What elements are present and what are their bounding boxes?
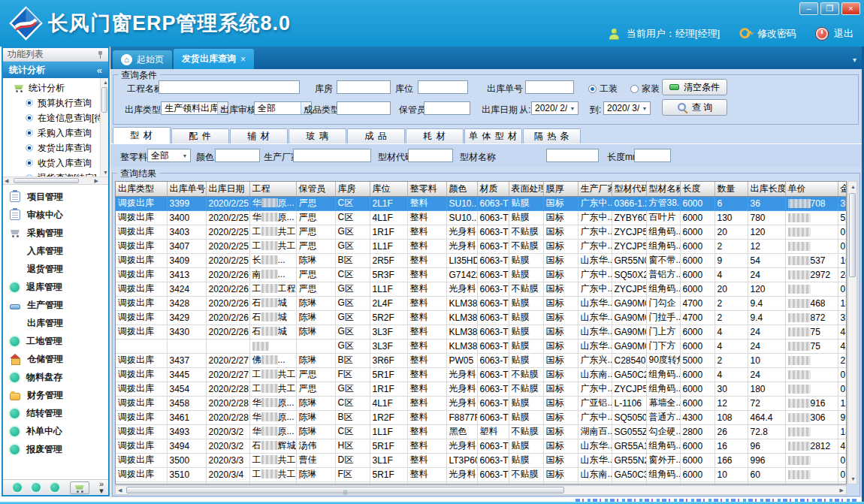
maximize-button[interactable]: ❐ bbox=[820, 2, 839, 15]
table-row[interactable]: G区3L3F整料KLM38176063-T5贴膜国标山东华...GA90M09.… bbox=[116, 339, 847, 353]
table-row[interactable]: 调拨出库34092020/2/25长...陈琳B区2R5F整料LI35HD606… bbox=[116, 253, 847, 267]
tree-hscroll-thumb[interactable] bbox=[14, 178, 79, 183]
sidebar-item-circle[interactable]: 物料盘存 bbox=[3, 368, 108, 386]
table-row[interactable]: 调拨出库34032020/2/25工共工程严思G区1R1F整料光身料6063-T… bbox=[116, 225, 847, 239]
table-row[interactable]: 调拨出库35102020/3/4工共工程陈琳F区5R1F整料光身料6063-T5… bbox=[116, 467, 847, 481]
column-header[interactable]: 单价 bbox=[785, 182, 838, 196]
clear-conditions-button[interactable]: 清空条件 bbox=[662, 79, 727, 95]
tab-close-icon[interactable]: × bbox=[240, 54, 246, 65]
minimize-button[interactable]: – bbox=[799, 2, 818, 15]
column-header[interactable]: 长度 bbox=[680, 182, 714, 196]
material-tab[interactable]: 耗 材 bbox=[406, 128, 464, 143]
module-circle-icon[interactable] bbox=[32, 483, 41, 492]
material-tab[interactable]: 隔 热 条 bbox=[523, 128, 581, 143]
material-tab[interactable]: 辅 材 bbox=[230, 128, 288, 143]
tab-list-chevron-icon[interactable]: ▾ bbox=[853, 56, 856, 64]
tree-vertical-scrollbar[interactable]: ▲ ▼ bbox=[100, 78, 108, 177]
tab-shipping-outbound-query[interactable]: 发货出库查询 × bbox=[174, 49, 254, 69]
product-type-input[interactable] bbox=[337, 101, 391, 115]
pin-icon[interactable] bbox=[97, 50, 104, 59]
table-row[interactable]: 调拨出库34542020/2/28工共工程严思G区1R1F整料光身料6063-T… bbox=[116, 382, 847, 396]
sidebar-item-clip[interactable]: 项目管理 bbox=[3, 188, 108, 206]
close-button[interactable]: × bbox=[841, 2, 860, 15]
table-row[interactable]: 调拨出库34372020/2/27佛...陈琳B区3R6F整料PW056063-… bbox=[116, 353, 847, 367]
module-cart-button[interactable] bbox=[70, 481, 89, 494]
column-header[interactable]: 型材代码 bbox=[612, 182, 646, 196]
radio-gongzhuang[interactable]: 工装 bbox=[588, 83, 618, 95]
change-password-link[interactable]: 修改密码 bbox=[757, 27, 796, 41]
sidebar-item-circle[interactable]: 结转管理 bbox=[3, 404, 108, 422]
scroll-left-icon[interactable]: ◀ bbox=[118, 487, 122, 493]
more-buttons-chevron[interactable]: »▾ bbox=[99, 481, 104, 494]
table-row[interactable]: 调拨出库34932020/3/2华原...陈琳C区1L1F整料黑色塑料不贴膜国标… bbox=[116, 424, 847, 439]
table-row[interactable]: 调拨出库34282020/2/26石城陈琳G区2L4F整料KLM38176063… bbox=[116, 296, 847, 310]
column-header[interactable]: 生产厂家 bbox=[578, 182, 612, 196]
scroll-up-icon[interactable]: ▲ bbox=[103, 80, 108, 86]
column-header[interactable]: 整零料 bbox=[407, 182, 446, 196]
module-circle-icon[interactable] bbox=[13, 483, 22, 492]
table-row[interactable]: 调拨出库34292020/2/26石城陈琳G区5R2F整料KLM38176063… bbox=[116, 310, 847, 324]
sidebar-item-house[interactable]: 仓储管理 bbox=[3, 350, 108, 368]
column-header[interactable]: 库位 bbox=[370, 182, 407, 196]
scroll-down-icon[interactable]: ▼ bbox=[850, 476, 856, 482]
slot-input[interactable] bbox=[418, 80, 468, 94]
color-input[interactable] bbox=[215, 149, 260, 162]
warehouse-input[interactable] bbox=[337, 80, 391, 94]
table-row[interactable]: 调拨出库34452020/2/27工共工程严思F区5R1F整料光身料6063-T… bbox=[116, 367, 847, 382]
sidebar-item-cart-g[interactable]: 入库管理 bbox=[3, 242, 108, 260]
sidebar-tree-item[interactable]: 在途信息查询[待 bbox=[3, 110, 108, 125]
profile-code-input[interactable] bbox=[408, 149, 453, 162]
tree-vscroll-thumb[interactable] bbox=[101, 87, 107, 113]
table-vertical-scrollbar[interactable]: ▲ ▼ bbox=[847, 181, 857, 484]
tree-horizontal-scrollbar[interactable]: ◀ ▶ bbox=[3, 177, 108, 184]
sidebar-tree-item[interactable]: 发货出库查询 bbox=[3, 140, 108, 155]
sidebar-item-folder[interactable]: 财务管理 bbox=[3, 386, 108, 404]
scroll-left-icon[interactable]: ◀ bbox=[5, 178, 8, 184]
material-tab[interactable]: 玻 璃 bbox=[289, 128, 346, 143]
hscroll-thumb[interactable] bbox=[126, 487, 564, 493]
sidebar-item-circle[interactable]: 工地管理 bbox=[3, 332, 108, 350]
tree-root-node[interactable]: 统计分析 bbox=[3, 80, 108, 95]
column-header[interactable]: 数量 bbox=[714, 182, 748, 196]
out-type-combo[interactable]: 生产领料出库 ▼ bbox=[161, 101, 228, 115]
radio-jiazhuang[interactable]: 家装 bbox=[630, 83, 660, 95]
date-to-picker[interactable]: 2020/ 3/16 ▼ bbox=[603, 101, 651, 115]
section-header[interactable]: 统计分析 « bbox=[3, 62, 108, 78]
date-from-picker[interactable]: 2020/ 2/16 ▼ bbox=[531, 101, 579, 115]
table-horizontal-scrollbar[interactable]: ◀ ▶ bbox=[115, 485, 847, 495]
column-header[interactable]: 出库类型 bbox=[116, 182, 167, 196]
sidebar-item-circle[interactable]: 补单中心 bbox=[3, 422, 108, 440]
scroll-down-icon[interactable]: ▼ bbox=[103, 170, 108, 176]
material-tab[interactable]: 配 件 bbox=[171, 128, 229, 143]
table-row[interactable]: 调拨出库35122020/3/4工共工程陈琳F区1L2F整料光身料6063-T5… bbox=[116, 481, 847, 484]
table-row[interactable]: 调拨出库34072020/2/25工共工程严思G区1L1F整料光身料6063-T… bbox=[116, 239, 847, 253]
sidebar-item-circle[interactable]: 退库管理 bbox=[3, 278, 108, 296]
scroll-up-icon[interactable]: ▲ bbox=[850, 184, 856, 190]
table-row[interactable]: 调拨出库34582020/2/28华原...陈琳C区4L1F整料光身料6063-… bbox=[116, 396, 847, 410]
collapse-icon[interactable]: « bbox=[97, 65, 102, 76]
scroll-right-icon[interactable]: ▶ bbox=[95, 178, 98, 184]
table-row[interactable]: 调拨出库34942020/3/2石辉城汤伟H区5R1F整料光身料6063-T5贴… bbox=[116, 439, 847, 453]
table-row[interactable]: 调拨出库34132020/2/26南...严思C区5R3F整料G71422606… bbox=[116, 267, 847, 282]
sidebar-tree-item[interactable]: 收货入库查询 bbox=[3, 155, 108, 171]
table-row[interactable]: 调拨出库34242020/2/26工工程严思G区1L1F整料光身料6063-T5… bbox=[116, 282, 847, 296]
table-row[interactable]: 调拨出库33992020/2/25华原...严思C区2L1F整料SU10...6… bbox=[116, 196, 847, 210]
profile-name-input[interactable] bbox=[546, 149, 599, 162]
vscroll-thumb[interactable] bbox=[849, 193, 856, 277]
sidebar-tree-item[interactable]: 采购入库查询 bbox=[3, 125, 108, 140]
column-header[interactable]: 出库日期 bbox=[206, 182, 249, 196]
material-tab[interactable]: 成 品 bbox=[347, 128, 405, 143]
manufacturer-input[interactable] bbox=[293, 149, 371, 162]
column-header[interactable]: 保管员 bbox=[296, 182, 335, 196]
table-row[interactable]: 调拨出库34002020/2/25华原...严思C区4L1F整料SU10...6… bbox=[116, 210, 847, 225]
order-no-input[interactable] bbox=[525, 80, 574, 94]
column-header[interactable]: 颜色 bbox=[446, 182, 477, 196]
column-header[interactable]: 型材名称 bbox=[646, 182, 680, 196]
whole-part-combo[interactable]: 全部 ▼ bbox=[147, 149, 191, 162]
tab-home[interactable]: ⌂ 起始页 bbox=[113, 50, 172, 69]
chevron-down-icon[interactable]: ▼ bbox=[567, 102, 578, 114]
column-header[interactable]: 库房 bbox=[335, 182, 370, 196]
search-button[interactable]: 查 询 bbox=[662, 99, 727, 116]
column-header[interactable]: 表面处理 bbox=[509, 182, 543, 196]
column-header[interactable]: 膜厚 bbox=[543, 182, 578, 196]
